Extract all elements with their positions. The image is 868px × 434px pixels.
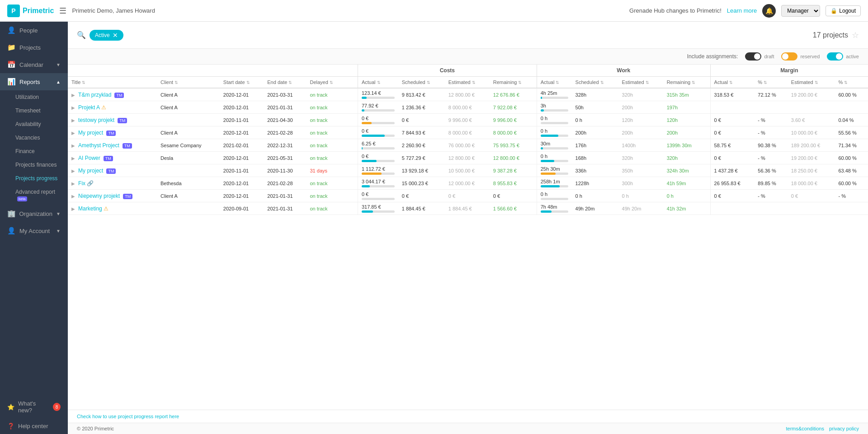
costs-remaining-val: 12 800.00 €: [493, 155, 519, 161]
expand-icon[interactable]: ▶: [71, 194, 75, 199]
draft-toggle[interactable]: [745, 52, 761, 61]
cell-work-remaining: 197h: [663, 101, 710, 114]
table-row: ▶ Projekt A ⚠ Client A 2020-12-01 2021-0…: [68, 101, 868, 114]
cell-start: 2020-11-01: [220, 164, 264, 177]
th-margin-estimated[interactable]: Estimated ⇅: [788, 77, 835, 89]
role-select[interactable]: Manager: [781, 5, 820, 17]
client-name: Desla: [160, 155, 173, 161]
expand-icon[interactable]: ▶: [71, 206, 75, 211]
th-client[interactable]: Client ⇅: [157, 77, 220, 89]
cell-costs-actual: 123.14 €: [358, 88, 398, 101]
project-name-link[interactable]: Fix: [78, 180, 85, 187]
th-margin-pct[interactable]: % ⇅: [754, 77, 787, 89]
hamburger-icon[interactable]: ☰: [59, 6, 66, 16]
work-remaining-val: 200h: [667, 130, 678, 135]
project-name-link[interactable]: testowy projekt: [78, 117, 114, 123]
help-center-button[interactable]: ❓ Help center: [0, 418, 68, 434]
project-name-link[interactable]: Niepewny projekt: [78, 193, 120, 199]
th-work-scheduled[interactable]: Scheduled ⇅: [572, 77, 618, 89]
margin-pct-val: - %: [758, 117, 765, 123]
work-bar-fill: [541, 173, 556, 175]
project-name-link[interactable]: Amethyst Project: [78, 142, 119, 149]
cell-end: 2020-11-30: [264, 164, 306, 177]
active-toggle[interactable]: [827, 52, 843, 61]
search-icon[interactable]: 🔍: [77, 31, 86, 39]
logo[interactable]: P Primetric: [7, 5, 54, 17]
filter-tag-close[interactable]: ✕: [113, 32, 118, 39]
cell-delayed: on track: [306, 177, 346, 190]
cell-delayed: on track: [306, 126, 346, 139]
margin-estimated-val: 0 €: [791, 193, 798, 199]
margin-pct-val: 89.85 %: [758, 181, 776, 186]
sidebar-sub-utilization[interactable]: Utilization: [0, 90, 68, 104]
client-name: Client A: [160, 105, 178, 110]
project-name-link[interactable]: AI Power: [78, 155, 100, 161]
whats-new-label: What's new?: [18, 400, 49, 414]
sidebar-sub-timesheet[interactable]: Timesheet: [0, 104, 68, 117]
sidebar-label-account: My Account: [19, 228, 50, 234]
th-costs-actual[interactable]: Actual ⇅: [358, 77, 398, 89]
expand-icon[interactable]: ▶: [71, 181, 75, 186]
project-name-link[interactable]: My project: [78, 130, 103, 136]
th-work-remaining[interactable]: Remaining ⇅: [663, 77, 710, 89]
cell-costs-remaining: 7 922.08 €: [490, 101, 537, 114]
cell-client: Desla: [157, 152, 220, 164]
start-date: 2020-12-01: [223, 92, 249, 98]
favorite-icon[interactable]: ☆: [852, 30, 859, 40]
cell-title: ▶ T&m przyklad TM: [68, 88, 157, 101]
notification-button[interactable]: 🔔: [762, 4, 776, 18]
expand-icon[interactable]: ▶: [71, 143, 75, 148]
learn-more-link[interactable]: Learn more: [727, 7, 757, 14]
reserved-toggle[interactable]: [781, 52, 797, 61]
th-margin-pct2[interactable]: % ⇅: [835, 77, 868, 89]
projects-table-container[interactable]: Costs Work Margin Title ⇅ Client ⇅ Start…: [68, 65, 868, 410]
th-work-actual[interactable]: Actual ⇅: [537, 77, 571, 89]
sidebar-item-reports[interactable]: 📊 Reports ▲: [0, 73, 68, 90]
vacancies-label: Vacancies: [15, 135, 40, 141]
th-costs-estimated[interactable]: Estimated ⇅: [445, 77, 490, 89]
sidebar-item-people[interactable]: 👤 People: [0, 22, 68, 39]
th-title[interactable]: Title ⇅: [68, 77, 157, 89]
expand-icon[interactable]: ▶: [71, 131, 75, 135]
expand-icon[interactable]: ▶: [71, 105, 75, 110]
th-start-date[interactable]: Start date ⇅: [220, 77, 264, 89]
project-name-link[interactable]: Projekt A: [78, 104, 100, 111]
th-costs-scheduled[interactable]: Scheduled ⇅: [398, 77, 445, 89]
sidebar-sub-finance[interactable]: Finance: [0, 145, 68, 158]
work-remaining-val: 41h 32m: [667, 206, 686, 211]
expand-icon[interactable]: ▶: [71, 156, 75, 161]
th-costs-remaining[interactable]: Remaining ⇅: [490, 77, 537, 89]
th-margin-actual[interactable]: Actual ⇅: [710, 77, 754, 89]
sidebar-sub-advanced-report[interactable]: Advanced report beta: [0, 185, 68, 205]
project-name-link[interactable]: My project: [78, 168, 103, 174]
expand-icon[interactable]: ▶: [71, 93, 75, 98]
th-delayed[interactable]: Delayed ⇅: [306, 77, 346, 89]
sidebar-sub-projects-finances[interactable]: Projects finances: [0, 158, 68, 172]
expand-icon[interactable]: ▶: [71, 118, 75, 123]
cell-costs-actual: 0 €: [358, 126, 398, 139]
sidebar-sub-vacancies[interactable]: Vacancies: [0, 131, 68, 145]
sidebar-item-projects[interactable]: 📁 Projects: [0, 39, 68, 56]
cell-margin-pct: [754, 101, 787, 114]
sidebar-item-calendar[interactable]: 📅 Calendar ▼: [0, 56, 68, 73]
sidebar-sub-projects-progress[interactable]: Projects progress: [0, 172, 68, 185]
start-date: 2020-12-01: [223, 105, 249, 110]
th-end-date[interactable]: End date ⇅: [264, 77, 306, 89]
cell-work-estimated: 0 h: [618, 190, 663, 202]
sidebar-item-organization[interactable]: 🏢 Organization ▼: [0, 205, 68, 222]
logout-button[interactable]: 🔒 Logout: [826, 5, 861, 16]
project-name-link[interactable]: T&m przyklad: [78, 92, 111, 98]
cell-costs-actual: 77.92 €: [358, 101, 398, 114]
sidebar-item-my-account[interactable]: 👤 My Account ▼: [0, 222, 68, 239]
cell-margin-actual: [710, 101, 754, 114]
expand-icon[interactable]: ▶: [71, 168, 75, 173]
margin-pct2-val: 0.04 %: [838, 117, 854, 123]
whats-new-button[interactable]: ⭐ What's new? 8: [0, 396, 68, 418]
project-name-link[interactable]: Marketing: [78, 205, 102, 212]
active-filter-tag[interactable]: Active ✕: [90, 30, 123, 41]
privacy-link[interactable]: privacy policy: [829, 426, 859, 431]
sidebar-sub-availability[interactable]: Availability: [0, 117, 68, 131]
th-work-estimated[interactable]: Estimated ⇅: [618, 77, 663, 89]
terms-link[interactable]: terms&conditions: [786, 426, 824, 431]
help-link[interactable]: Check how to use project progress report…: [77, 414, 179, 419]
